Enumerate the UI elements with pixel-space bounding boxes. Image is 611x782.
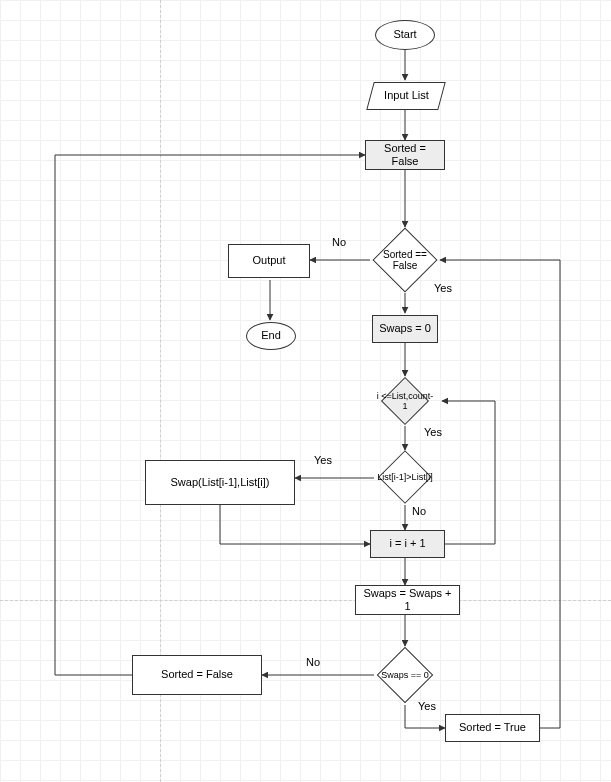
node-start[interactable]: Start bbox=[375, 20, 435, 50]
node-label: Sorted = False bbox=[370, 142, 440, 168]
node-label: Sorted = True bbox=[459, 721, 526, 734]
edge-label-yes: Yes bbox=[434, 282, 452, 294]
edge-label-no: No bbox=[332, 236, 346, 248]
node-label: Start bbox=[393, 28, 416, 41]
node-input[interactable]: Input List bbox=[366, 82, 446, 110]
node-label: Input List bbox=[384, 89, 429, 102]
node-swap[interactable]: Swap(List[i-1],List[i]) bbox=[145, 460, 295, 505]
edge-label-no: No bbox=[412, 505, 426, 517]
node-label: List[i-1]>List[i] bbox=[374, 446, 436, 508]
node-label: Sorted = False bbox=[161, 668, 233, 681]
edge-label-yes: Yes bbox=[418, 700, 436, 712]
edge-label-no: No bbox=[306, 656, 320, 668]
node-label: i <=List,count-1 bbox=[374, 370, 436, 432]
node-label: End bbox=[261, 329, 281, 342]
node-label: Swaps = 0 bbox=[379, 322, 431, 335]
node-label: Output bbox=[252, 254, 285, 267]
node-end[interactable]: End bbox=[246, 322, 296, 350]
node-set-true[interactable]: Sorted = True bbox=[445, 714, 540, 742]
node-swaps0[interactable]: Swaps = 0 bbox=[372, 315, 438, 343]
node-cond-i[interactable]: i <=List,count-1 bbox=[388, 384, 422, 418]
node-label: Swaps == 0 bbox=[375, 645, 435, 705]
node-label: i = i + 1 bbox=[389, 537, 425, 550]
node-label: Sorted == False bbox=[372, 227, 438, 293]
node-set-false[interactable]: Sorted = False bbox=[132, 655, 262, 695]
node-inc-swaps[interactable]: Swaps = Swaps + 1 bbox=[355, 585, 460, 615]
node-cond-swaps0[interactable]: Swaps == 0 bbox=[385, 655, 425, 695]
node-cond-compare[interactable]: List[i-1]>List[i] bbox=[386, 458, 424, 496]
node-label: Swaps = Swaps + 1 bbox=[360, 587, 455, 613]
node-cond-sorted[interactable]: Sorted == False bbox=[382, 237, 428, 283]
node-sorted-false[interactable]: Sorted = False bbox=[365, 140, 445, 170]
edge-label-yes: Yes bbox=[314, 454, 332, 466]
node-output[interactable]: Output bbox=[228, 244, 310, 278]
node-inc-i[interactable]: i = i + 1 bbox=[370, 530, 445, 558]
node-label: Swap(List[i-1],List[i]) bbox=[170, 476, 269, 489]
edge-label-yes: Yes bbox=[424, 426, 442, 438]
